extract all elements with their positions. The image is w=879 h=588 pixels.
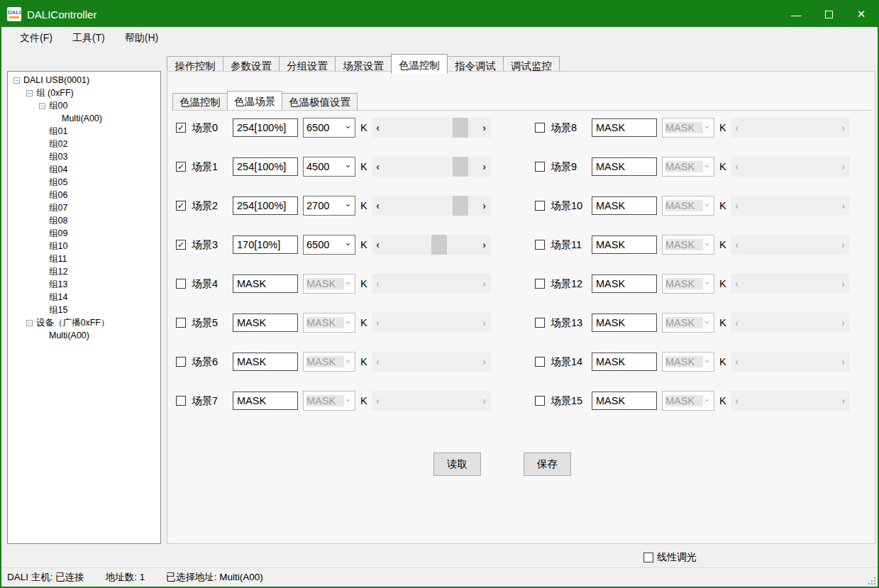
tree-collapse-icon[interactable]: −: [26, 90, 33, 96]
resize-grip-icon[interactable]: [868, 577, 875, 584]
scene-temp-dropdown[interactable]: 2700 ⌄: [303, 196, 355, 216]
scene-level-input[interactable]: [592, 235, 657, 254]
scene-level-input[interactable]: [233, 196, 298, 215]
scroll-left-icon[interactable]: ‹: [731, 118, 743, 138]
scroll-left-icon[interactable]: ‹: [731, 391, 743, 411]
scroll-left-icon[interactable]: ‹: [372, 196, 385, 216]
scene-temp-scrollbar[interactable]: ‹ ›: [372, 196, 491, 216]
scroll-right-icon[interactable]: ›: [478, 274, 491, 294]
scroll-right-icon[interactable]: ›: [837, 157, 850, 177]
scene-checkbox[interactable]: [176, 396, 186, 406]
scroll-left-icon[interactable]: ‹: [731, 235, 743, 255]
scroll-right-icon[interactable]: ›: [478, 118, 491, 138]
tree-item[interactable]: Multi(A00): [8, 329, 160, 342]
scroll-left-icon[interactable]: ‹: [731, 274, 743, 294]
scene-level-input[interactable]: [592, 314, 657, 332]
tree-item[interactable]: 组12: [8, 265, 160, 278]
menu-item[interactable]: 工具(T): [62, 28, 115, 48]
scene-checkbox[interactable]: [535, 240, 545, 250]
scene-checkbox[interactable]: [535, 123, 545, 133]
main-tab-5[interactable]: 色温控制: [391, 54, 448, 74]
scroll-left-icon[interactable]: ‹: [372, 235, 385, 255]
scene-temp-dropdown[interactable]: MASK ⌄: [303, 391, 355, 411]
maximize-button[interactable]: [812, 1, 845, 27]
scrollbar-thumb[interactable]: [431, 235, 447, 255]
scene-temp-dropdown[interactable]: MASK ⌄: [662, 235, 714, 255]
scene-temp-dropdown[interactable]: MASK ⌄: [662, 352, 714, 372]
scene-checkbox[interactable]: [535, 162, 545, 172]
save-button[interactable]: 保存: [524, 453, 571, 476]
scene-temp-scrollbar[interactable]: ‹ ›: [372, 313, 491, 333]
tree-item[interactable]: −设备（广播0xFF）: [8, 316, 160, 329]
scroll-left-icon[interactable]: ‹: [372, 118, 385, 138]
scene-temp-scrollbar[interactable]: ‹ ›: [731, 391, 850, 411]
scene-level-input[interactable]: [233, 353, 298, 371]
tree-item[interactable]: 组03: [8, 150, 160, 163]
scene-temp-scrollbar[interactable]: ‹ ›: [372, 391, 491, 411]
tree-item[interactable]: 组09: [8, 227, 160, 240]
scroll-left-icon[interactable]: ‹: [372, 313, 385, 333]
scene-level-input[interactable]: [233, 157, 298, 176]
scene-temp-dropdown[interactable]: MASK ⌄: [662, 196, 714, 216]
tree-item[interactable]: 组10: [8, 240, 160, 253]
tree-item[interactable]: 组07: [8, 201, 160, 214]
scene-checkbox[interactable]: ✓: [176, 240, 186, 250]
scene-temp-scrollbar[interactable]: ‹ ›: [372, 352, 491, 372]
scene-temp-dropdown[interactable]: MASK ⌄: [303, 313, 355, 333]
scroll-left-icon[interactable]: ‹: [372, 352, 385, 372]
scene-level-input[interactable]: [592, 196, 657, 215]
tree-collapse-icon[interactable]: −: [26, 320, 33, 326]
tree-item[interactable]: 组15: [8, 304, 160, 316]
scene-level-input[interactable]: [592, 157, 657, 176]
minimize-button[interactable]: —: [780, 1, 812, 27]
scene-checkbox[interactable]: [535, 201, 545, 211]
scene-temp-dropdown[interactable]: MASK ⌄: [662, 391, 714, 411]
scene-temp-scrollbar[interactable]: ‹ ›: [731, 157, 850, 177]
scene-temp-scrollbar[interactable]: ‹ ›: [731, 352, 850, 372]
scene-level-input[interactable]: [233, 118, 298, 137]
scroll-left-icon[interactable]: ‹: [731, 352, 743, 372]
sub-tab-2[interactable]: 色温场景: [227, 91, 282, 110]
scene-checkbox[interactable]: [535, 279, 545, 289]
scene-checkbox[interactable]: [176, 279, 186, 289]
tree-item[interactable]: 组08: [8, 214, 160, 227]
scene-temp-dropdown[interactable]: 4500 ⌄: [303, 157, 355, 177]
read-button[interactable]: 读取: [433, 453, 481, 476]
scroll-left-icon[interactable]: ‹: [372, 157, 385, 177]
scene-checkbox[interactable]: ✓: [176, 201, 186, 211]
scene-level-input[interactable]: [233, 274, 298, 293]
scene-checkbox[interactable]: [176, 357, 186, 367]
tree-item[interactable]: 组06: [8, 189, 160, 201]
scroll-right-icon[interactable]: ›: [837, 391, 850, 411]
scene-temp-scrollbar[interactable]: ‹ ›: [372, 274, 491, 294]
tree-item[interactable]: 组14: [8, 291, 160, 304]
scroll-right-icon[interactable]: ›: [837, 352, 850, 372]
scene-temp-scrollbar[interactable]: ‹ ›: [372, 118, 491, 138]
scroll-left-icon[interactable]: ‹: [372, 391, 385, 411]
scene-temp-scrollbar[interactable]: ‹ ›: [372, 235, 491, 255]
scene-temp-dropdown[interactable]: MASK ⌄: [662, 118, 714, 138]
scene-temp-dropdown[interactable]: MASK ⌄: [303, 352, 355, 372]
tree-item[interactable]: −组00: [8, 99, 160, 112]
close-button[interactable]: ✕: [845, 1, 878, 27]
linear-dimming-checkbox[interactable]: 线性调光: [643, 551, 697, 564]
scene-temp-dropdown[interactable]: 6500 ⌄: [303, 118, 355, 138]
tree-collapse-icon[interactable]: −: [13, 77, 20, 84]
tree-item[interactable]: 组13: [8, 278, 160, 291]
tree-item[interactable]: 组04: [8, 163, 160, 176]
scroll-left-icon[interactable]: ‹: [731, 157, 743, 177]
scene-temp-dropdown[interactable]: MASK ⌄: [662, 274, 714, 294]
scroll-left-icon[interactable]: ‹: [372, 274, 385, 294]
scene-checkbox[interactable]: [535, 357, 545, 367]
scene-checkbox[interactable]: ✓: [176, 162, 186, 172]
scroll-right-icon[interactable]: ›: [478, 313, 491, 333]
menu-item[interactable]: 帮助(H): [115, 28, 168, 48]
scene-temp-dropdown[interactable]: MASK ⌄: [662, 157, 714, 177]
scene-level-input[interactable]: [592, 118, 657, 137]
scroll-left-icon[interactable]: ‹: [731, 196, 743, 216]
checkbox-icon[interactable]: [643, 553, 653, 562]
scroll-right-icon[interactable]: ›: [837, 196, 850, 216]
scroll-right-icon[interactable]: ›: [478, 196, 491, 216]
scroll-right-icon[interactable]: ›: [478, 235, 491, 255]
menu-item[interactable]: 文件(F): [10, 28, 62, 48]
